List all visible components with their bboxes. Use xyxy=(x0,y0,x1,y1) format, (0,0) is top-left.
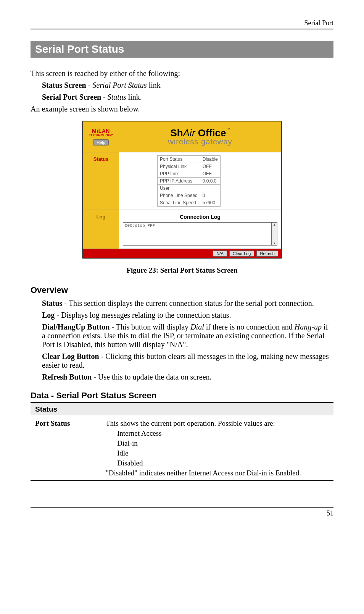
section-title-bar: Serial Port Status xyxy=(31,41,333,58)
ov-bold: Dial/HangUp Button xyxy=(42,323,110,331)
cell-value xyxy=(200,185,220,192)
row-tail: "Disabled" indicates neither Internet Ac… xyxy=(106,469,329,477)
product-subtitle: wireless gateway xyxy=(119,137,281,146)
log-section-label: Log xyxy=(83,210,119,249)
intro-after: An example screen is shown below. xyxy=(31,105,333,113)
table-row: User xyxy=(158,185,221,192)
data-group-header: Status xyxy=(31,402,333,416)
overview-item: Dial/HangUp Button - This button will di… xyxy=(42,323,333,349)
table-row: Serial Line Speed57600 xyxy=(158,199,221,207)
cell-label: Port Status xyxy=(158,156,200,163)
scroll-down-icon[interactable]: ▾ xyxy=(274,241,275,245)
bullet-sep: - xyxy=(86,81,93,89)
table-row: Phone Line Speed0 xyxy=(158,192,221,199)
cell-value: 0.0.0.0 xyxy=(200,178,220,185)
cell-label: User xyxy=(158,185,200,192)
milan-logo-sub: TECHNOLOGY xyxy=(83,133,119,137)
row-value-list: Internet Access Dial-in Idle Disabled xyxy=(117,429,329,467)
ov-bold: Refresh Button xyxy=(42,373,92,381)
cell-label: PPP Link xyxy=(158,170,200,178)
log-content: Connection Log 000:stop PPP ▴ ▾ xyxy=(119,210,281,249)
connection-log-heading: Connection Log xyxy=(123,214,277,220)
ov-ital1: Dial xyxy=(190,323,204,331)
ov-bold: Status xyxy=(42,299,62,307)
list-item: Idle xyxy=(117,449,329,457)
bullet-bold: Status Screen xyxy=(42,81,86,89)
table-row: PPP IP Address0.0.0.0 xyxy=(158,178,221,185)
footer-rule xyxy=(31,507,333,508)
ov-mid: if there is no connection and xyxy=(204,323,295,331)
refresh-button[interactable]: Refresh xyxy=(256,250,278,257)
ov-bold: Log xyxy=(42,311,55,319)
table-row: Port StatusDisable xyxy=(158,156,221,163)
scrollbar[interactable]: ▴ ▾ xyxy=(272,222,277,246)
cell-label: Serial Line Speed xyxy=(158,199,200,207)
ov-ital2: Hang-up xyxy=(295,323,322,331)
na-button[interactable]: N/A xyxy=(213,250,227,257)
cell-label: PPP IP Address xyxy=(158,178,200,185)
ui-header: MiLAN TECHNOLOGY Help ShAir Office™ wire… xyxy=(83,121,281,152)
ov-bold: Clear Log Button xyxy=(42,352,99,360)
table-row: PPP LinkOFF xyxy=(158,170,221,178)
trademark-icon: ™ xyxy=(226,127,230,131)
overview-item: Clear Log Button - Clicking this button … xyxy=(42,352,333,370)
scroll-up-icon[interactable]: ▴ xyxy=(274,223,275,226)
bullet-ital: Status xyxy=(108,93,126,101)
intro-bullet-1: Status Screen - Serial Port Status link xyxy=(42,81,333,90)
bullet-ital: Serial Port Status xyxy=(92,81,147,89)
page-number: 51 xyxy=(31,509,333,517)
overview-item: Status - This section displays the curre… xyxy=(42,299,333,308)
figure-wrapper: MiLAN TECHNOLOGY Help ShAir Office™ wire… xyxy=(31,121,333,259)
data-heading: Data - Serial Port Status Screen xyxy=(31,391,333,401)
ui-header-main: ShAir Office™ wireless gateway xyxy=(119,127,281,146)
status-table: Port StatusDisable Physical LinkOFF PPP … xyxy=(157,155,221,207)
ov-text: - Use this to update the data on screen. xyxy=(92,373,211,381)
device-screenshot: MiLAN TECHNOLOGY Help ShAir Office™ wire… xyxy=(82,121,282,259)
cell-label: Phone Line Speed xyxy=(158,192,200,199)
log-textarea[interactable]: 000:stop PPP xyxy=(123,222,272,246)
page-header: Serial Port xyxy=(31,19,333,29)
ui-log-row: Log Connection Log 000:stop PPP ▴ ▾ xyxy=(83,210,281,249)
bullet-tail: link. xyxy=(126,93,142,101)
status-section-label: Status xyxy=(83,152,119,210)
table-row: Port Status This shows the current port … xyxy=(31,416,333,481)
overview-heading: Overview xyxy=(31,285,333,295)
title-office: Office xyxy=(195,127,226,139)
cell-value: 57600 xyxy=(200,199,220,207)
list-item: Internet Access xyxy=(117,429,329,438)
cell-label: Physical Link xyxy=(158,163,200,170)
ui-header-left: MiLAN TECHNOLOGY Help xyxy=(83,128,119,145)
ui-footer: N/A Clear Log Refresh xyxy=(83,249,281,258)
status-content: Port StatusDisable Physical LinkOFF PPP … xyxy=(119,152,281,210)
ui-status-row: Status Port StatusDisable Physical LinkO… xyxy=(83,152,281,210)
overview-item: Refresh Button - Use this to update the … xyxy=(42,373,333,381)
data-row-label: Port Status xyxy=(31,416,101,481)
cell-value: 0 xyxy=(200,192,220,199)
intro-line: This screen is reached by either of the … xyxy=(31,69,333,78)
bullet-tail: link xyxy=(147,81,161,89)
ov-text: - This section displays the current conn… xyxy=(62,299,314,307)
ov-prefix: - This button will display xyxy=(110,323,190,331)
list-item: Disabled xyxy=(117,459,329,467)
list-item: Dial-in xyxy=(117,439,329,448)
title-sh: Sh xyxy=(171,127,183,139)
intro-bullet-2: Serial Port Screen - Status link. xyxy=(42,93,333,102)
figure-caption: Figure 23: Serial Port Status Screen xyxy=(31,266,333,275)
help-button[interactable]: Help xyxy=(93,139,109,145)
overview-item: Log - Displays log messages relating to … xyxy=(42,311,333,320)
clear-log-button[interactable]: Clear Log xyxy=(229,250,254,257)
title-air: Air xyxy=(183,127,195,139)
bullet-sep: - xyxy=(101,93,108,101)
cell-value: OFF xyxy=(200,163,220,170)
log-box-wrap: 000:stop PPP ▴ ▾ xyxy=(123,222,277,246)
row-intro: This shows the current port operation. P… xyxy=(106,419,329,428)
cell-value: OFF xyxy=(200,170,220,178)
data-row-desc: This shows the current port operation. P… xyxy=(101,416,334,481)
cell-value: Disable xyxy=(200,156,220,163)
bullet-bold: Serial Port Screen xyxy=(42,93,101,101)
data-table: Status Port Status This shows the curren… xyxy=(31,402,333,481)
ov-text: - Displays log messages relating to the … xyxy=(55,311,231,319)
table-row: Physical LinkOFF xyxy=(158,163,221,170)
